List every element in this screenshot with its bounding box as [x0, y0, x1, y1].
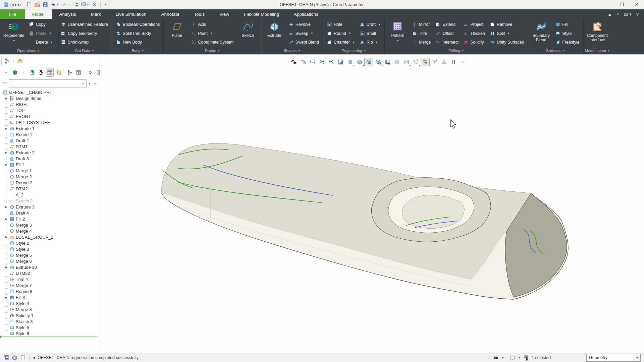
graphics-area[interactable]	[100, 55, 644, 353]
saved-orientations-icon[interactable]	[289, 58, 298, 66]
tree-item-prt-csys-def[interactable]: PRT_CSYS_DEF	[0, 119, 100, 125]
model-tree-tab[interactable]	[1, 56, 13, 66]
annotation-display-icon[interactable]	[364, 58, 373, 66]
repaint-icon[interactable]	[336, 58, 345, 66]
tab-flexible-modeling[interactable]: Flexible Modeling	[236, 9, 286, 19]
expand-caret-icon[interactable]: ▶	[4, 163, 9, 166]
intersect-button[interactable]: Intersect	[434, 38, 460, 47]
tree-item-extrude-3[interactable]: ▶Extrude 3	[0, 204, 100, 210]
axis-button[interactable]: Axis	[189, 20, 235, 29]
overflow-chevrons[interactable]	[86, 68, 94, 77]
tree-item-trim-4[interactable]: Trim 4	[0, 276, 100, 282]
tab-model[interactable]: Model	[25, 9, 52, 19]
expand-caret-icon[interactable]: ▶	[4, 236, 9, 239]
shading-icon[interactable]: ◢	[345, 58, 355, 66]
active-model-icon[interactable]	[11, 68, 19, 77]
new-body-button[interactable]: New Body	[114, 38, 162, 47]
tree-item-merge-4[interactable]: Merge 4	[0, 228, 100, 234]
tree-item-style-5[interactable]: Style 5	[0, 324, 100, 330]
boundary-blend-button[interactable]: BoundaryBlend	[530, 19, 552, 47]
point-button[interactable]: Point▼	[189, 29, 235, 38]
expand-caret-icon[interactable]: ▶	[4, 151, 9, 154]
expand-caret-icon[interactable]: ▶	[4, 296, 9, 299]
fill-button[interactable]: Fill	[553, 20, 581, 29]
tree-filters-icon[interactable]	[66, 68, 74, 77]
analysis-display-icon[interactable]	[439, 58, 448, 66]
revolve-button[interactable]: Revolve	[287, 20, 321, 29]
pattern-button[interactable]: Pattern▼	[387, 19, 409, 47]
tab-mark[interactable]: Mark	[84, 9, 108, 19]
rib-button[interactable]: Rib▼	[358, 38, 382, 47]
regenerate-options-icon[interactable]	[72, 1, 79, 8]
round-button[interactable]: Round▼	[325, 29, 357, 38]
new-feature-icon[interactable]	[54, 68, 62, 77]
tree-dropdown[interactable]: ▼	[2, 68, 10, 77]
find-dropdown-icon[interactable]: ▼	[501, 356, 504, 359]
style-button[interactable]: Style	[553, 29, 581, 38]
remove-button[interactable]: Remove	[488, 20, 526, 29]
draft-button[interactable]: Draft▼	[358, 20, 382, 29]
tree-item-dtm22[interactable]: DTM22	[0, 270, 100, 276]
tree-item-round-1[interactable]: Round 1	[0, 131, 100, 137]
tab-annotate[interactable]: Annotate	[154, 9, 186, 19]
expand-caret-icon[interactable]: ▶	[4, 205, 9, 208]
ribbon-group-label-get-data[interactable]: Get Data▼	[57, 47, 112, 54]
customize-qat-icon[interactable]: ▼	[103, 1, 108, 8]
tree-item-extrude-1[interactable]: ▶Extrude 1	[0, 125, 100, 131]
snapshot-icon[interactable]	[430, 58, 439, 66]
hole-button[interactable]: Hole	[325, 20, 357, 29]
tree-item-sketch-2[interactable]: Sketch 2	[0, 198, 100, 204]
ribbon-group-label-model-intent[interactable]: Model Intent▼	[584, 47, 611, 54]
tree-item-merge-7[interactable]: Merge 7	[0, 282, 100, 288]
chamfer-button[interactable]: Chamfer▼	[325, 38, 357, 47]
project-button[interactable]: Project	[462, 20, 487, 29]
expand-all-icon[interactable]	[28, 68, 36, 77]
tab-analysis[interactable]: Analysis	[52, 9, 84, 19]
tree-item-local-group-2[interactable]: ▶LOCAL_GROUP_2	[0, 234, 100, 240]
search-icon[interactable]: ⌕	[616, 11, 619, 17]
redo-icon[interactable]: ▼	[61, 1, 71, 8]
close-window-icon[interactable]	[91, 1, 98, 8]
sketch-button[interactable]: Sketch	[237, 19, 259, 47]
copy-geometry-button[interactable]: Copy Geometry	[59, 29, 110, 38]
extrude-button[interactable]: Extrude	[263, 19, 285, 47]
coordinate-system-button[interactable]: Coordinate System	[189, 38, 235, 47]
shrinkwrap-button[interactable]: Shrinkwrap	[59, 38, 110, 47]
component-interface-button[interactable]: ComponentInterface	[586, 19, 609, 47]
ribbon-group-label-editing[interactable]: Editing▼	[385, 47, 528, 54]
trim-button[interactable]: Trim	[410, 29, 432, 38]
tree-item-sketch-3[interactable]: Sketch 3	[0, 318, 100, 324]
boolean-operations-button[interactable]: Boolean Operations	[114, 20, 162, 29]
tree-item-merge-6[interactable]: Merge 6	[0, 258, 100, 264]
selection-dropdown-icon[interactable]: ▼	[518, 356, 521, 359]
tree-item-merge-5[interactable]: Merge 5	[0, 252, 100, 258]
tree-item-right[interactable]: RIGHT	[0, 101, 100, 107]
tree-item-draft-4[interactable]: Draft 4	[0, 210, 100, 216]
tree-item-a-2[interactable]: A_2	[0, 192, 100, 198]
user-defined-feature-button[interactable]: User-Defined Feature	[59, 20, 110, 29]
learning-center-icon[interactable]: 🜲 ▾	[624, 12, 632, 17]
minimize-button[interactable]: –	[600, 0, 614, 9]
mirror-button[interactable]: Mirror	[410, 20, 432, 29]
selection-filter-dropdown-icon[interactable]: ▼	[634, 354, 640, 361]
expand-caret-icon[interactable]: ▶	[4, 97, 9, 100]
ribbon-group-label-shapes[interactable]: Shapes▼	[261, 47, 323, 54]
help-icon[interactable]: ?	[636, 12, 639, 17]
unify-surfaces-button[interactable]: Unify Surfaces	[488, 38, 526, 47]
tree-item-dtm2[interactable]: DTM2	[0, 186, 100, 192]
tab-view[interactable]: View	[212, 9, 236, 19]
zoom-in-icon[interactable]	[317, 58, 326, 66]
tree-item-extrude-2[interactable]: ▶Extrude 2	[0, 149, 100, 156]
tree-item-fill-2[interactable]: ▶Fill 2	[0, 216, 100, 222]
folder-browser-tab[interactable]	[14, 56, 26, 66]
paste-button[interactable]: Paste▼	[27, 29, 55, 38]
tab-file[interactable]: File	[0, 9, 25, 19]
view-manager-icon[interactable]	[299, 58, 308, 66]
tree-item-draft-2[interactable]: Draft 2	[0, 137, 100, 143]
selection-box-icon[interactable]	[510, 355, 515, 360]
section-icon[interactable]: ◢	[402, 58, 411, 66]
suppressed-icon[interactable]	[458, 58, 467, 66]
capture-icon[interactable]	[383, 58, 392, 66]
solidify-button[interactable]: Solidify	[462, 38, 487, 47]
collapse-all-icon[interactable]	[37, 68, 45, 77]
